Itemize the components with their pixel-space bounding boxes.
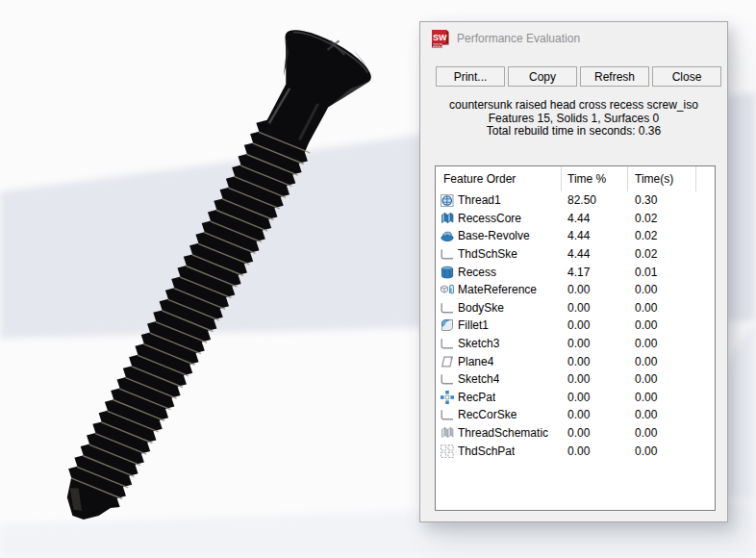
feature-row: Plane40.000.00 [436,352,715,370]
feature-row: Fillet10.000.00 [436,317,715,335]
performance-evaluation-dialog: SW 2015 Performance Evaluation Print... … [419,21,728,522]
print-button[interactable]: Print... [436,66,505,87]
time-pct-value: 4.44 [562,212,628,225]
feature-name-cell: Sketch3 [436,336,562,351]
svg-text:SW: SW [433,33,447,42]
feature-time-table: Feature Order Time % Time(s) Thread182.5… [435,165,716,511]
time-pct-value: 0.00 [562,372,628,386]
plane-icon [440,354,455,369]
summary-block: countersunk raised head cross recess scr… [420,99,727,139]
feature-row: Sketch30.000.00 [436,335,715,353]
feature-row: ThdSchPat0.000.00 [436,442,715,460]
time-pct-value: 0.00 [562,318,628,332]
pattern-suppressed-icon [440,444,455,459]
time-s-value: 0.30 [628,193,696,207]
column-header-time-pct: Time % [562,166,628,191]
feature-name-cell: RecPat [436,390,562,405]
table-body: Thread182.500.30RecessCore4.440.02Base-R… [436,191,715,460]
feature-row: RecPat0.000.00 [436,389,715,407]
feature-name: RecCorSke [458,408,517,421]
feature-row: Recess4.170.01 [436,263,715,281]
time-pct-value: 0.00 [562,426,628,440]
feature-name: Plane4 [458,355,493,368]
feature-name: Sketch3 [458,337,499,350]
time-pct-value: 0.00 [562,391,628,404]
title-bar[interactable]: SW 2015 Performance Evaluation [420,22,727,55]
extrude-suppressed-icon [440,425,455,441]
feature-name: Base-Revolve [458,229,530,242]
feature-name: ThreadSchematic [458,426,548,440]
rebuild-line: Total rebuild time in seconds: 0.36 [420,125,727,139]
time-pct-value: 0.00 [562,355,628,368]
sketch-icon [440,246,455,262]
column-header-feature-order: Feature Order [436,166,562,191]
copy-button[interactable]: Copy [508,66,577,87]
time-pct-value: 0.00 [562,337,628,350]
refresh-button[interactable]: Refresh [580,66,649,87]
revolve-icon [440,228,455,243]
feature-row: Base-Revolve4.440.02 [436,227,715,245]
feature-row: Thread182.500.30 [436,191,715,210]
fillet-icon [440,317,455,333]
feature-name-cell: ThdSchPat [436,444,562,459]
dialog-button-row: Print... Copy Refresh Close [436,66,721,87]
close-button[interactable]: Close [652,66,721,87]
feature-row: RecCorSke0.000.00 [436,406,715,424]
table-header: Feature Order Time % Time(s) [436,166,715,191]
boss-icon [440,265,455,280]
time-pct-value: 4.17 [562,266,628,279]
feature-name-cell: MateReference [436,282,562,297]
features-line: Features 15, Solids 1, Surfaces 0 [420,113,727,126]
feature-row: MateReference0.000.00 [436,281,715,299]
feature-name: BodySke [458,301,504,315]
solidworks-logo-icon: SW 2015 [431,29,449,48]
time-s-value: 0.00 [628,444,696,458]
feature-name-cell: ThdSchSke [436,246,562,262]
feature-name: Thread1 [458,193,501,207]
time-s-value: 0.02 [628,247,696,261]
feature-row: Sketch40.000.00 [436,370,715,389]
thread-icon [440,192,455,208]
feature-name-cell: RecCorSke [436,407,562,422]
feature-name: RecPat [458,391,495,404]
feature-row: ThreadSchematic0.000.00 [436,424,715,443]
feature-name: Sketch4 [458,372,499,386]
feature-name-cell: ThreadSchematic [436,425,562,441]
time-s-value: 0.00 [628,318,696,332]
extrude-thin-icon [440,211,455,226]
time-s-value: 0.00 [628,301,696,315]
time-pct-value: 82.50 [562,193,628,207]
column-header-time-s: Time(s) [628,166,696,191]
feature-name-cell: Fillet1 [436,317,562,333]
time-pct-value: 0.00 [562,408,628,421]
time-s-value: 0.00 [628,372,696,386]
time-s-value: 0.00 [628,283,696,296]
feature-row: RecessCore4.440.02 [436,210,715,228]
feature-name-cell: Recess [436,265,562,280]
time-pct-value: 4.44 [562,229,628,242]
time-pct-value: 0.00 [562,283,628,296]
feature-row: ThdSchSke4.440.02 [436,245,715,264]
feature-name-cell: Base-Revolve [436,228,562,243]
time-s-value: 0.01 [628,266,696,279]
time-s-value: 0.00 [628,337,696,350]
time-s-value: 0.00 [628,408,696,421]
feature-name: Fillet1 [458,318,489,332]
sketch-icon [440,336,455,351]
pattern-icon [440,390,455,405]
feature-name-cell: Sketch4 [436,371,562,387]
time-pct-value: 0.00 [562,444,628,458]
model-name: countersunk raised head cross recess scr… [420,99,727,113]
feature-name-cell: Thread1 [436,192,562,208]
mate-reference-icon [440,282,455,297]
feature-name-cell: RecessCore [436,211,562,226]
time-s-value: 0.02 [628,212,696,225]
feature-name: Recess [458,266,496,279]
feature-name: RecessCore [458,212,521,225]
sketch-icon [440,407,455,422]
time-pct-value: 4.44 [562,247,628,261]
feature-name-cell: Plane4 [436,354,562,369]
time-s-value: 0.02 [628,229,696,242]
time-s-value: 0.00 [628,355,696,368]
sketch-icon [440,371,455,387]
